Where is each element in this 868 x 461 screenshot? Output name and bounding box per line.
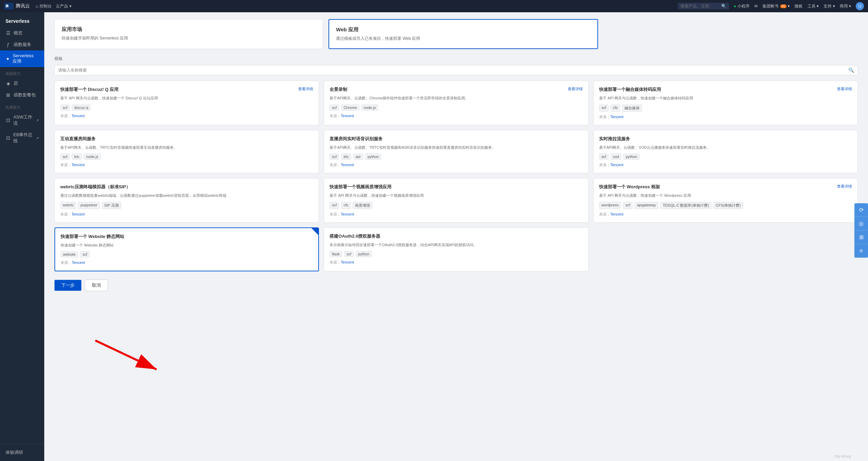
webapp-card-desc: 通过模板或导入已有项目，快速部署 Web 应用: [336, 36, 590, 42]
videoenhance-desc: 基于 API 网关与云函数，快速创建一个视频画质增强应用: [329, 193, 582, 198]
sidebar-advanced-section: 高级能力: [0, 67, 44, 78]
top-card-market[interactable]: 应用市场 快速创建开箱即用的 Serverless 应用: [54, 19, 323, 49]
top-card-webapp[interactable]: Web 应用 通过模板或导入已有项目，快速部署 Web 应用: [328, 19, 598, 49]
template-card-oauth[interactable]: 搭建OAuth2.0授权服务器 本示例展示如何同步速部署一个OAuth2.0授权…: [324, 227, 588, 272]
top-cards-row: 应用市场 快速创建开箱即用的 Serverless 应用 Web 应用 通过模板…: [54, 19, 858, 49]
user-avatar[interactable]: U: [856, 2, 864, 10]
sidebar-item-overview[interactable]: ☰ 概览: [0, 27, 44, 39]
discuz-tags: scf discuz-q: [60, 105, 313, 111]
overview-icon: ☰: [5, 30, 11, 36]
template-card-livestream[interactable]: 实时推拉流服务 基于API网关、云函数、VOD云点播服务快速部署实时推拉流服务。…: [593, 130, 858, 174]
asw-icon: ⊡: [5, 117, 11, 123]
watermark: ©by eFong: [834, 455, 851, 458]
sidebar-item-asw[interactable]: ⊡ ASW工作流 ↗: [0, 111, 44, 129]
template-card-panorama[interactable]: 全景录制 查看详情 基于API网关、云函数、Chrome插件组件快速部署一个所见…: [324, 81, 588, 125]
template-grid: 快速部署一个 Discuz! Q 应用 查看详情 基于 API 网关与云函数，快…: [54, 81, 858, 271]
liveasr-title: 直播房间实时语音识别服务: [329, 136, 383, 142]
sidebar-item-eb[interactable]: ⊡ EB事件总线 ↗: [0, 129, 44, 147]
template-card-static-website[interactable]: 快速部署一个 Website 静态网站 快速创建一个 Website 静态网站 …: [54, 227, 319, 272]
webrtc-title: webrtc压测终端模拟器（标准SIP）: [60, 184, 130, 190]
app-icon: ✦: [5, 56, 10, 62]
right-btn-chat[interactable]: ◎: [854, 217, 868, 230]
liveasr-source: 来源：Tencent: [329, 162, 582, 168]
selected-badge: [311, 228, 318, 235]
template-card-liveasr[interactable]: 直播房间实时语音识别服务 基于API网关、云函数、TRTC实时音视频和ASR语音…: [324, 130, 588, 174]
sidebar-item-app[interactable]: ✦ Serverless 应用: [0, 50, 44, 67]
weibo-nav[interactable]: 微账: [794, 3, 803, 9]
oauth-title: 搭建OAuth2.0授权服务器: [329, 233, 380, 239]
oauth-source: 来源：Tencent: [329, 260, 582, 265]
liveasr-tags: scf trtc asr python: [329, 154, 582, 160]
cancel-button[interactable]: 取消: [85, 280, 108, 291]
media-source: 来源：Tencent: [599, 114, 852, 120]
top-search-input[interactable]: [680, 4, 721, 9]
oauth-desc: 本示例展示如何同步速部署一个OAuth2.0授权服务器，结合API网关实现API…: [329, 242, 582, 248]
livestream-desc: 基于API网关、云函数、VOD云点播服务快速部署实时推拉流服务。: [599, 145, 852, 150]
static-title: 快速部署一个 Website 静态网站: [61, 234, 124, 240]
right-btn-refresh[interactable]: ⟳: [854, 203, 868, 217]
support-nav[interactable]: 支持 ▾: [823, 3, 835, 9]
tools-nav[interactable]: 工具 ▾: [807, 3, 819, 9]
next-button[interactable]: 下一步: [54, 280, 81, 291]
panorama-source: 来源：Tencent: [329, 113, 582, 118]
template-card-discuz[interactable]: 快速部署一个 Discuz! Q 应用 查看详情 基于 API 网关与云函数，快…: [54, 81, 319, 125]
right-sidebar: ⟳ ◎ ⊞ ≡: [854, 203, 868, 258]
template-card-videoenhance[interactable]: 快速部署一个视频画质增强应用 基于 API 网关与云函数，快速创建一个视频画质增…: [324, 178, 588, 223]
mini-program-nav[interactable]: ● 小程序: [734, 3, 750, 9]
top-search-box[interactable]: 🔍: [678, 3, 729, 10]
template-card-media[interactable]: 快速部署一个融合媒体转码应用 查看详情 基于 API 网关与云函数，快速创建一个…: [593, 81, 858, 125]
bottom-bar: 下一步 取消: [54, 280, 858, 298]
right-btn-menu[interactable]: ≡: [854, 244, 868, 258]
template-card-wordpress[interactable]: 快速部署一个 Wordpress 框架 查看详情 基于 API 网关与云函数，快…: [593, 178, 858, 223]
sidebar-item-survey[interactable]: 体验调研: [5, 447, 39, 458]
shop-nav[interactable]: 商用 ▾: [840, 3, 851, 9]
functions-icon: ƒ: [5, 42, 11, 47]
wordpress-desc: 基于 API 网关与云函数，快速创建一个 Wordpress 应用: [599, 193, 852, 198]
sidebar-item-functions[interactable]: ƒ 函数服务: [0, 39, 44, 50]
panorama-desc: 基于API网关、云函数、Chrome插件组件快速部署一个所见即所得的全景录制应用…: [329, 95, 582, 101]
sidebar: Serverless ☰ 概览 ƒ 函数服务 ✦ Serverless 应用 高…: [0, 12, 44, 461]
template-search-bar[interactable]: 🔍: [54, 65, 858, 75]
template-card-liveroom[interactable]: 互动直播房间服务 基于API网关、云函数、TRTC实时音视频快速部署互动直播房间…: [54, 130, 319, 174]
discuz-source: 来源：Tencent: [60, 113, 313, 118]
static-source: 来源：Tencent: [61, 260, 313, 265]
panorama-tags: scf Chrome node.js: [329, 105, 582, 111]
section-label: 模板: [54, 56, 858, 62]
livestream-tags: scf vod python: [599, 154, 852, 160]
logo-text: 腾讯云: [16, 3, 30, 9]
videoenhance-title: 快速部署一个视频画质增强应用: [329, 184, 391, 190]
right-btn-grid[interactable]: ⊞: [854, 230, 868, 244]
market-card-title: 应用市场: [62, 26, 316, 33]
template-search-input[interactable]: [58, 68, 848, 73]
panorama-title: 全景录制: [329, 86, 347, 93]
webrtc-source: 来源：Tencent: [60, 212, 313, 217]
static-desc: 快速创建一个 Website 静态网站: [61, 242, 313, 248]
main-layout: Serverless ☰ 概览 ƒ 函数服务 ✦ Serverless 应用 高…: [0, 12, 868, 461]
template-card-webrtc[interactable]: webrtc压测终端模拟器（标准SIP） 通过云函数数规模批量webrtc端端、…: [54, 178, 319, 223]
sidebar-item-layer[interactable]: ◈ 层: [0, 78, 44, 89]
svg-text:腾: 腾: [5, 4, 9, 8]
sidebar-item-packages[interactable]: ⊞ 函数套餐包: [0, 89, 44, 101]
wordpress-link[interactable]: 查看详情: [837, 184, 852, 189]
media-title: 快速部署一个融合媒体转码应用: [599, 86, 661, 93]
wordpress-title: 快速部署一个 Wordpress 框架: [599, 184, 660, 190]
discuz-link[interactable]: 查看详情: [298, 86, 313, 92]
cloud-products-menu[interactable]: 云产品 ▾: [56, 3, 71, 9]
discuz-title: 快速部署一个 Discuz! Q 应用: [60, 86, 118, 93]
panorama-link[interactable]: 查看详情: [568, 86, 583, 92]
home-link[interactable]: ⌂ 控制台: [35, 3, 52, 9]
liveasr-desc: 基于API网关、云函数、TRTC实时音视频和ASR语音识别服务快速部署直播房间实…: [329, 145, 582, 150]
message-nav[interactable]: ✉: [754, 4, 758, 9]
wordpress-tags: wordpress scf apigateway TDSQL-C 数据库(单独计…: [599, 202, 852, 209]
top-nav: 腾 腾讯云 ⌂ 控制台 云产品 ▾ 🔍 ● 小程序 ✉ 集团帐号 45 ▾ 微账…: [0, 0, 868, 12]
group-account-nav[interactable]: 集团帐号 45 ▾: [762, 3, 790, 9]
media-link[interactable]: 查看详情: [837, 86, 852, 92]
liveroom-title: 互动直播房间服务: [60, 136, 96, 142]
logo: 腾 腾讯云: [4, 3, 30, 10]
videoenhance-source: 来源：Tencent: [329, 212, 582, 217]
market-card-desc: 快速创建开箱即用的 Serverless 应用: [62, 35, 316, 41]
media-tags: scf cfs 融合媒体: [599, 105, 852, 112]
sidebar-extension-section: 拓展能力: [0, 101, 44, 111]
videoenhance-tags: scf cfs 画质增强: [329, 202, 582, 209]
discuz-desc: 基于 API 网关与云函数，快速创建一个 Discuz! Q 论坛应用: [60, 95, 313, 101]
